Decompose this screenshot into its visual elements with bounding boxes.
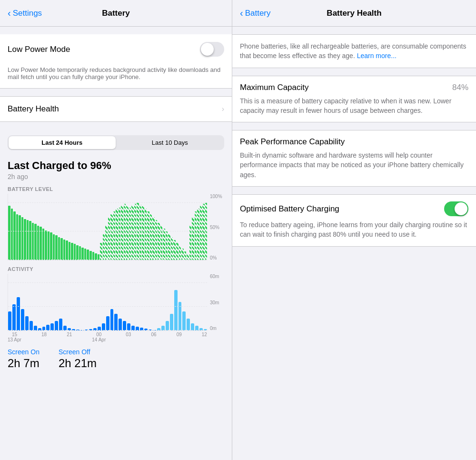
battery-bar — [81, 248, 84, 260]
battery-bar — [48, 231, 50, 260]
optimised-charging-block: Optimised Battery Charging To reduce bat… — [232, 194, 476, 247]
low-power-label: Low Power Mode — [8, 45, 200, 54]
y-label-0: 0% — [210, 255, 224, 260]
battery-bar — [168, 234, 170, 260]
x-label-09: 09 — [177, 332, 182, 342]
battery-bar — [205, 203, 208, 260]
activity-bar — [72, 329, 75, 330]
activity-bar — [55, 321, 58, 330]
optimised-row: Optimised Battery Charging — [240, 201, 468, 216]
activity-bar — [76, 330, 79, 330]
activity-section: ACTIVITY 60m 30m 0m 15 13 Apr 18 — [0, 262, 232, 344]
peak-title: Peak Performance Capability — [240, 137, 468, 147]
activity-bar — [123, 321, 126, 330]
battery-bar — [160, 226, 163, 260]
battery-bar — [189, 226, 192, 260]
gap1 — [232, 68, 476, 76]
peak-description: Built-in dynamic software and hardware s… — [240, 150, 468, 180]
battery-bar — [137, 203, 139, 260]
activity-bar — [8, 311, 11, 330]
low-power-toggle[interactable] — [200, 42, 224, 57]
capacity-value: 84% — [452, 83, 468, 92]
gap3 — [232, 187, 476, 194]
x-label-15: 15 13 Apr — [8, 332, 21, 342]
battery-bar — [166, 231, 168, 260]
activity-bar — [136, 327, 139, 330]
battery-bar — [131, 206, 134, 260]
gap2 — [232, 122, 476, 130]
intro-block: Phone batteries, like all rechargeable b… — [232, 34, 476, 68]
battery-bar — [19, 215, 21, 260]
optimised-toggle-thumb — [455, 202, 467, 215]
maximum-capacity-block: Maximum Capacity 84% This is a measure o… — [232, 76, 476, 123]
battery-bar — [79, 246, 81, 260]
battery-bar — [40, 227, 42, 260]
activity-label: ACTIVITY — [8, 266, 224, 272]
x-label-00: 00 14 Apr — [92, 332, 106, 342]
back-to-settings[interactable]: ‹ Settings — [8, 9, 42, 18]
segment-24h[interactable]: Last 24 Hours — [9, 136, 116, 149]
battery-health-row[interactable]: Battery Health › — [0, 96, 232, 122]
chevron-left-icon: ‹ — [8, 8, 11, 18]
toggle-thumb — [201, 43, 214, 56]
optimised-description: To reduce battery ageing, iPhone learns … — [240, 220, 468, 240]
battery-bar — [192, 217, 194, 260]
y-label-100: 100% — [210, 194, 224, 199]
left-panel: ‹ Settings Battery Low Power Mode Low Po… — [0, 0, 232, 460]
battery-bar — [53, 234, 55, 260]
activity-bar — [140, 328, 143, 330]
x-label-18: 18 — [41, 332, 47, 342]
battery-bar — [200, 206, 202, 260]
low-power-row: Low Power Mode — [0, 34, 232, 64]
battery-bar — [155, 220, 158, 260]
optimised-title: Optimised Battery Charging — [240, 204, 339, 214]
activity-bar — [12, 304, 16, 330]
y-label-30m: 30m — [210, 300, 224, 305]
battery-bar — [129, 208, 131, 260]
activity-bar — [21, 309, 24, 330]
battery-bar — [100, 243, 102, 260]
activity-bar — [50, 323, 54, 330]
activity-bars — [8, 274, 207, 331]
activity-bar — [170, 314, 173, 330]
activity-bar — [131, 326, 135, 330]
battery-bar — [139, 205, 142, 260]
battery-bar — [11, 209, 13, 260]
battery-y-labels: 100% 50% 0% — [207, 194, 224, 260]
toggle-track — [200, 42, 224, 57]
battery-health-label: Battery Health — [8, 104, 222, 114]
back-to-battery[interactable]: ‹ Battery — [240, 9, 271, 18]
activity-bar — [34, 326, 37, 330]
battery-bar — [89, 251, 92, 260]
battery-bar — [179, 246, 181, 260]
battery-bar — [16, 214, 19, 260]
activity-bar — [157, 328, 160, 330]
learn-more-link[interactable]: Learn more... — [357, 52, 397, 60]
battery-bar — [58, 237, 60, 260]
activity-bar — [127, 323, 130, 330]
chevron-right-icon: › — [222, 105, 224, 113]
battery-bar — [29, 221, 31, 260]
activity-bar — [199, 328, 203, 330]
battery-bar — [142, 206, 144, 260]
activity-bar — [195, 326, 198, 330]
peak-performance-block: Peak Performance Capability Built-in dyn… — [232, 130, 476, 187]
x-label-06: 06 — [151, 332, 156, 342]
battery-bar — [147, 211, 149, 260]
battery-bar — [158, 223, 160, 260]
charge-info: Last Charged to 96% 2h ago — [0, 154, 232, 182]
x-label-12: 12 — [202, 332, 207, 342]
activity-bar — [153, 330, 156, 330]
low-power-description: Low Power Mode temporarily reduces backg… — [0, 64, 232, 89]
segment-10d[interactable]: Last 10 Days — [117, 136, 224, 149]
battery-bar — [187, 254, 189, 260]
activity-bar — [89, 329, 92, 330]
activity-bar — [178, 302, 182, 330]
optimised-toggle[interactable] — [444, 201, 468, 216]
y-label-60m: 60m — [210, 274, 224, 279]
activity-bar — [204, 329, 207, 330]
activity-bar — [25, 316, 29, 330]
battery-bar — [163, 229, 165, 260]
activity-bar — [102, 323, 105, 330]
charge-subtitle: 2h ago — [8, 173, 224, 180]
